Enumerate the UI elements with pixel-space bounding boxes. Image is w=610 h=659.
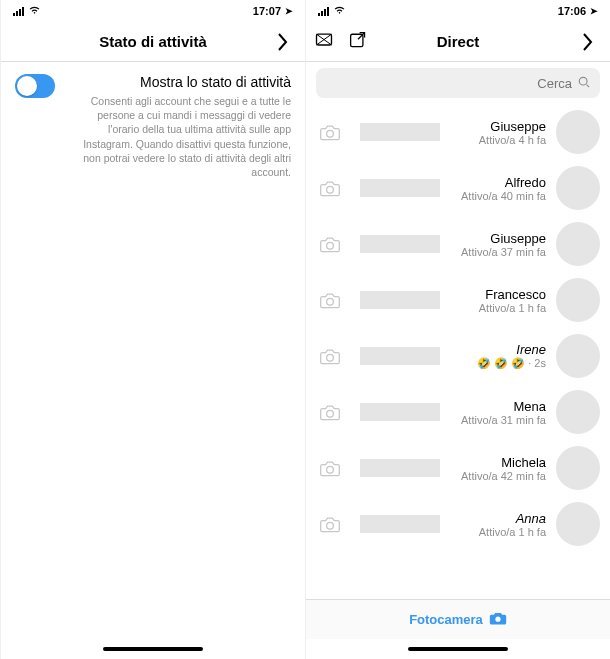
svg-point-4 (327, 186, 334, 193)
setting-title: Mostra lo stato di attività (65, 74, 291, 90)
camera-label: Fotocamera (409, 612, 483, 627)
nav-bar: Stato di attività (1, 22, 305, 62)
avatar (556, 334, 600, 378)
chat-info: MichelaAttivo/a 42 min fa (456, 455, 546, 482)
chat-status: Attivo/a 37 min fa (456, 246, 546, 258)
chat-row[interactable]: Irene🤣 🤣 🤣 · 2s (306, 328, 610, 384)
chat-row[interactable]: FrancescoAttivo/a 1 h fa (306, 272, 610, 328)
activity-status-row: Mostra lo stato di attività Consenti agl… (15, 74, 291, 179)
search-icon (578, 74, 590, 92)
wifi-icon (333, 5, 346, 17)
camera-button[interactable] (316, 454, 344, 482)
camera-button[interactable] (316, 398, 344, 426)
camera-button[interactable] (316, 174, 344, 202)
message-preview (360, 123, 440, 141)
chat-row[interactable]: MenaAttivo/a 31 min fa (306, 384, 610, 440)
chat-name: Francesco (456, 287, 546, 302)
chat-name: Michela (456, 455, 546, 470)
activity-status-toggle[interactable] (15, 74, 55, 98)
chat-info: GiuseppeAttivo/a 37 min fa (456, 231, 546, 258)
home-indicator (1, 639, 305, 659)
camera-button[interactable] (316, 510, 344, 538)
message-preview (360, 403, 440, 421)
chat-info: AnnaAttivo/a 1 h fa (456, 511, 546, 538)
message-preview (360, 515, 440, 533)
avatar (556, 166, 600, 210)
chat-row[interactable]: AnnaAttivo/a 1 h fa (306, 496, 610, 552)
search-input[interactable] (316, 68, 600, 98)
message-preview (360, 459, 440, 477)
camera-button[interactable] (316, 230, 344, 258)
setting-description: Consenti agli account che segui e a tutt… (65, 94, 291, 179)
camera-icon (489, 610, 507, 630)
svg-point-6 (327, 298, 334, 305)
signal-icon (13, 7, 24, 16)
camera-button[interactable] (316, 342, 344, 370)
chat-info: AlfredoAttivo/a 40 min fa (456, 175, 546, 202)
wifi-icon (28, 5, 41, 17)
activity-status-screen: 17:07 ➤ Stato di attività Mostra lo stat… (0, 0, 305, 659)
status-bar: 17:06 ➤ (306, 0, 610, 22)
page-title: Stato di attività (99, 33, 207, 50)
svg-point-2 (579, 77, 587, 85)
signal-icon (318, 7, 329, 16)
chat-status: Attivo/a 42 min fa (456, 470, 546, 482)
svg-point-10 (327, 522, 334, 529)
status-bar: 17:07 ➤ (1, 0, 305, 22)
svg-point-5 (327, 242, 334, 249)
svg-point-3 (327, 130, 334, 137)
chat-info: GiuseppeAttivo/a 4 h fa (456, 119, 546, 146)
message-preview (360, 235, 440, 253)
message-preview (360, 291, 440, 309)
message-preview (360, 347, 440, 365)
location-icon: ➤ (590, 6, 598, 16)
chat-name: Alfredo (456, 175, 546, 190)
camera-button[interactable] (316, 118, 344, 146)
message-preview (360, 179, 440, 197)
chat-name: Irene (456, 342, 546, 357)
chat-status: Attivo/a 1 h fa (456, 526, 546, 538)
nav-bar: Direct (306, 22, 610, 62)
chat-row[interactable]: AlfredoAttivo/a 40 min fa (306, 160, 610, 216)
avatar (556, 110, 600, 154)
svg-point-7 (327, 354, 334, 361)
chat-row[interactable]: MichelaAttivo/a 42 min fa (306, 440, 610, 496)
chat-name: Giuseppe (456, 231, 546, 246)
chat-row[interactable]: GiuseppeAttivo/a 37 min fa (306, 216, 610, 272)
chat-info: Irene🤣 🤣 🤣 · 2s (456, 342, 546, 370)
avatar (556, 390, 600, 434)
chat-status: Attivo/a 31 min fa (456, 414, 546, 426)
status-time: 17:06 (558, 5, 586, 17)
search-text[interactable] (522, 76, 572, 91)
chat-name: Giuseppe (456, 119, 546, 134)
camera-bar[interactable]: Fotocamera (306, 599, 610, 639)
status-time: 17:07 (253, 5, 281, 17)
chat-list: GiuseppeAttivo/a 4 h faAlfredoAttivo/a 4… (306, 104, 610, 599)
page-title: Direct (437, 33, 480, 50)
chat-status: 🤣 🤣 🤣 · 2s (456, 357, 546, 370)
back-button[interactable] (267, 27, 297, 57)
svg-point-8 (327, 410, 334, 417)
avatar (556, 278, 600, 322)
screen-share-icon[interactable] (314, 31, 334, 53)
chat-status: Attivo/a 4 h fa (456, 134, 546, 146)
avatar (556, 222, 600, 266)
chat-status: Attivo/a 1 h fa (456, 302, 546, 314)
chat-info: FrancescoAttivo/a 1 h fa (456, 287, 546, 314)
location-icon: ➤ (285, 6, 293, 16)
svg-point-11 (495, 616, 500, 621)
svg-point-9 (327, 466, 334, 473)
chat-status: Attivo/a 40 min fa (456, 190, 546, 202)
back-button[interactable] (572, 27, 602, 57)
avatar (556, 446, 600, 490)
home-indicator (306, 639, 610, 659)
avatar (556, 502, 600, 546)
chat-name: Anna (456, 511, 546, 526)
new-message-icon[interactable] (348, 31, 368, 53)
chat-name: Mena (456, 399, 546, 414)
direct-screen: 17:06 ➤ Direct GiuseppeAttivo/a 4 h faAl… (305, 0, 610, 659)
chat-row[interactable]: GiuseppeAttivo/a 4 h fa (306, 104, 610, 160)
chat-info: MenaAttivo/a 31 min fa (456, 399, 546, 426)
camera-button[interactable] (316, 286, 344, 314)
